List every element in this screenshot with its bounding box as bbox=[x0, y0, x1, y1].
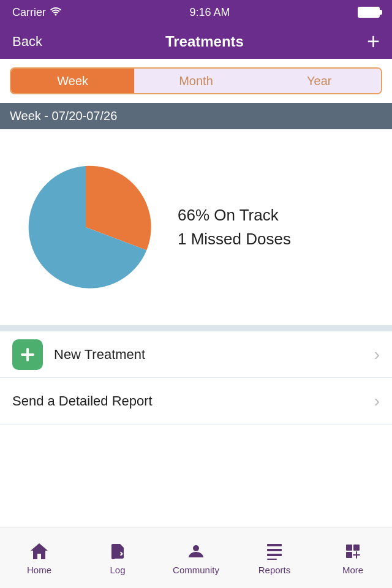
svg-rect-1 bbox=[21, 353, 34, 356]
new-treatment-icon bbox=[12, 339, 43, 370]
svg-rect-10 bbox=[353, 545, 360, 551]
tab-community-label: Community bbox=[173, 565, 219, 575]
tab-community[interactable]: Community bbox=[157, 527, 235, 588]
on-track-stat: 66% On Track bbox=[178, 203, 374, 227]
battery-icon bbox=[358, 7, 380, 18]
tab-home-label: Home bbox=[27, 565, 51, 575]
home-icon bbox=[28, 540, 50, 562]
tab-log-label: Log bbox=[110, 565, 125, 575]
tab-reports[interactable]: Reports bbox=[235, 527, 314, 588]
send-report-item[interactable]: Send a Detailed Report › bbox=[0, 378, 392, 424]
tab-bar: Home Log Community bbox=[0, 527, 392, 588]
segment-month[interactable]: Month bbox=[134, 69, 257, 93]
tab-more[interactable]: More bbox=[314, 527, 392, 588]
time-display: 9:16 AM bbox=[189, 6, 230, 19]
status-bar: Carrier 9:16 AM bbox=[0, 0, 392, 24]
add-button[interactable]: + bbox=[367, 31, 380, 53]
carrier-label: Carrier bbox=[12, 6, 46, 19]
reports-icon bbox=[263, 540, 285, 562]
back-button[interactable]: Back bbox=[12, 34, 42, 50]
chart-area: 66% On Track 1 Missed Doses bbox=[0, 129, 392, 325]
segment-control: Week Month Year bbox=[10, 67, 382, 94]
carrier-info: Carrier bbox=[12, 6, 62, 19]
svg-point-2 bbox=[111, 557, 115, 559]
send-report-label: Send a Detailed Report bbox=[12, 393, 374, 409]
svg-rect-9 bbox=[346, 545, 352, 551]
missed-doses-stat: 1 Missed Doses bbox=[178, 227, 374, 251]
chart-info: 66% On Track 1 Missed Doses bbox=[178, 203, 374, 251]
segment-week[interactable]: Week bbox=[11, 69, 134, 93]
svg-rect-11 bbox=[346, 552, 352, 558]
new-treatment-label: New Treatment bbox=[54, 347, 374, 363]
svg-rect-6 bbox=[267, 549, 282, 551]
nav-bar: Back Treatments + bbox=[0, 24, 392, 59]
svg-rect-7 bbox=[267, 554, 282, 556]
svg-rect-3 bbox=[112, 545, 113, 556]
segment-year[interactable]: Year bbox=[258, 69, 381, 93]
new-treatment-item[interactable]: New Treatment › bbox=[0, 331, 392, 378]
more-icon bbox=[342, 540, 364, 562]
week-label: Week - 07/20-07/26 bbox=[0, 103, 392, 129]
divider-top bbox=[0, 325, 392, 331]
chevron-icon: › bbox=[374, 345, 380, 364]
chevron-icon-2: › bbox=[374, 391, 380, 411]
svg-point-4 bbox=[193, 545, 199, 551]
page-title: Treatments bbox=[165, 33, 244, 50]
tab-log[interactable]: Log bbox=[78, 527, 157, 588]
svg-rect-5 bbox=[267, 544, 282, 546]
svg-rect-8 bbox=[267, 559, 277, 560]
community-icon bbox=[185, 540, 207, 562]
log-icon bbox=[107, 540, 129, 562]
tab-more-label: More bbox=[342, 565, 363, 575]
wifi-icon bbox=[50, 6, 62, 18]
tab-home[interactable]: Home bbox=[0, 527, 78, 588]
tab-reports-label: Reports bbox=[258, 565, 291, 575]
pie-chart bbox=[18, 160, 153, 295]
